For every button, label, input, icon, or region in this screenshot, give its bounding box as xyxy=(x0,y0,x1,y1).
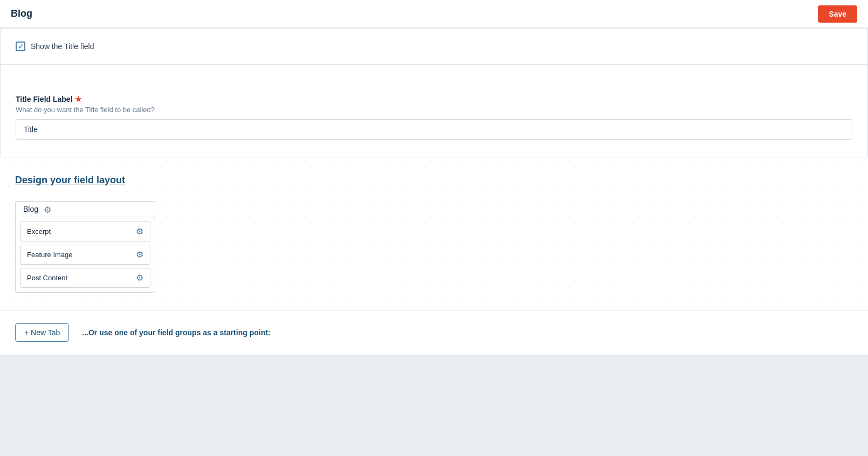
bottom-bar: + New Tab ...Or use one of your field gr… xyxy=(0,310,868,355)
blog-tab-header[interactable]: Blog ⚙ xyxy=(15,201,155,217)
feature-image-gear-icon[interactable]: ⚙ xyxy=(136,250,143,260)
required-indicator: ★ xyxy=(75,95,82,103)
design-content: Design your field layout Blog ⚙ Excerpt … xyxy=(15,175,853,293)
page-title: Blog xyxy=(11,8,32,19)
show-title-row: Show the Title field xyxy=(16,42,852,51)
main-content: Show the Title field Title Field Label ★… xyxy=(0,28,868,355)
field-label-description: What do you want the Title field to be c… xyxy=(16,106,852,114)
show-title-label: Show the Title field xyxy=(31,42,94,51)
feature-image-label: Feature Image xyxy=(27,251,73,259)
design-section-title[interactable]: Design your field layout xyxy=(15,175,853,186)
show-title-checkbox[interactable] xyxy=(16,42,25,51)
excerpt-field-row[interactable]: Excerpt ⚙ xyxy=(20,222,150,241)
field-layout-tab-container: Blog ⚙ Excerpt ⚙ Feature Image ⚙ Post Co… xyxy=(15,201,155,293)
title-field-label-section: Title Field Label ★ What do you want the… xyxy=(1,65,867,157)
or-field-groups-text: ...Or use one of your field groups as a … xyxy=(82,328,270,337)
field-label-group: Title Field Label ★ What do you want the… xyxy=(16,95,852,140)
excerpt-label: Excerpt xyxy=(27,227,51,236)
field-label-heading: Title Field Label ★ xyxy=(16,95,852,103)
header: Blog Save xyxy=(0,0,868,28)
new-tab-button-label: + New Tab xyxy=(24,328,60,337)
design-field-layout-section: Design your field layout Blog ⚙ Excerpt … xyxy=(0,157,868,310)
post-content-gear-icon[interactable]: ⚙ xyxy=(136,273,143,283)
excerpt-gear-icon[interactable]: ⚙ xyxy=(136,226,143,237)
field-label-heading-text: Title Field Label xyxy=(16,95,73,103)
save-button[interactable]: Save xyxy=(818,5,857,23)
checkbox-section: Show the Title field xyxy=(1,29,867,65)
tab-body: Excerpt ⚙ Feature Image ⚙ Post Content ⚙ xyxy=(15,217,155,293)
feature-image-field-row[interactable]: Feature Image ⚙ xyxy=(20,245,150,265)
title-settings-card: Show the Title field Title Field Label ★… xyxy=(0,28,868,157)
blog-tab-gear-icon[interactable]: ⚙ xyxy=(44,205,52,213)
post-content-label: Post Content xyxy=(27,274,67,282)
blog-tab-label: Blog xyxy=(23,205,38,213)
post-content-field-row[interactable]: Post Content ⚙ xyxy=(20,268,150,288)
new-tab-button[interactable]: + New Tab xyxy=(15,323,69,342)
title-field-input[interactable] xyxy=(16,119,852,140)
